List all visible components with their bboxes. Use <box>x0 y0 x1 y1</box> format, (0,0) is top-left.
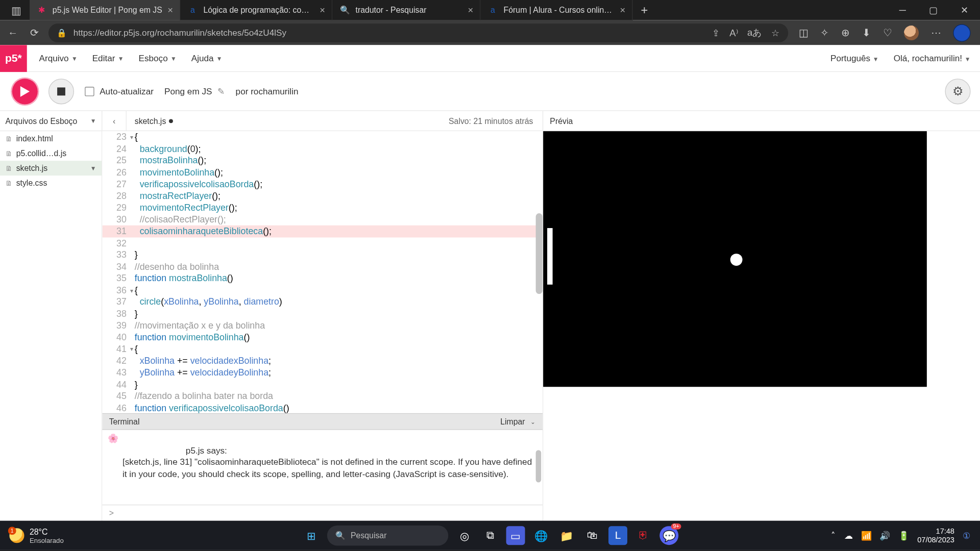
code-line[interactable]: 40function movimentoBolinha() <box>102 331 542 343</box>
code-line[interactable]: 43 yBolinha += velocidadeyBolinha; <box>102 367 542 379</box>
window-maximize-button[interactable]: ▢ <box>918 0 949 20</box>
clock[interactable]: 17:48 07/08/2023 <box>917 527 954 544</box>
language-menu[interactable]: Português ▼ <box>830 53 879 63</box>
browser-tab[interactable]: aFórum | Alura - Cursos online de× <box>481 0 633 20</box>
browser-tab[interactable]: aLógica de programação: comece× <box>181 0 333 20</box>
onedrive-icon[interactable]: ☁ <box>844 531 853 541</box>
file-item[interactable]: 🗎style.css <box>0 176 102 190</box>
code-line[interactable]: 34//desenho da bolinha <box>102 261 542 272</box>
code-line[interactable]: 27 verificapossivelcolisaoBorda(); <box>102 178 542 190</box>
edge-icon[interactable]: 🌐 <box>532 526 551 545</box>
code-line[interactable]: 44} <box>102 379 542 390</box>
stop-button[interactable] <box>48 79 74 104</box>
split-screen-icon[interactable]: ◫ <box>799 27 808 39</box>
file-item[interactable]: 🗎sketch.js▼ <box>0 161 102 176</box>
mcafee-icon[interactable]: ⛨ <box>634 526 653 545</box>
collapse-sidebar-button[interactable]: ‹ <box>102 111 126 131</box>
window-minimize-button[interactable]: ─ <box>887 0 918 20</box>
unsaved-dot-icon <box>169 119 173 123</box>
code-line[interactable]: 32 <box>102 237 542 249</box>
explorer-icon[interactable]: 📁 <box>557 526 576 545</box>
code-line[interactable]: 36▾{ <box>102 284 542 296</box>
code-line[interactable]: 29 movimentoRectPlayer(); <box>102 202 542 214</box>
performance-icon[interactable]: ♡ <box>883 27 892 39</box>
tray-chevron-icon[interactable]: ˄ <box>831 531 836 541</box>
url-input[interactable]: 🔒 https://editor.p5js.org/rochamurilin/s… <box>48 23 788 42</box>
code-line[interactable]: 41▾{ <box>102 343 542 355</box>
new-tab-button[interactable]: + <box>633 3 656 17</box>
battery-icon[interactable]: 🔋 <box>898 531 909 541</box>
code-line[interactable]: 26 movimentoBolinha(); <box>102 166 542 178</box>
translate-icon[interactable]: aあ <box>747 27 762 39</box>
tab-close-icon[interactable]: × <box>468 5 473 15</box>
terminal-input[interactable]: > <box>102 505 542 521</box>
volume-icon[interactable]: 🔊 <box>879 531 890 541</box>
tab-close-icon[interactable]: × <box>320 5 325 15</box>
code-line[interactable]: 45//fazendo a bolinha bater na borda <box>102 390 542 402</box>
nav-refresh-button[interactable]: ⟳ <box>27 27 42 39</box>
tab-close-icon[interactable]: × <box>620 5 625 15</box>
file-item[interactable]: 🗎p5.collid…d.js <box>0 146 102 161</box>
favorites-bar-icon[interactable]: ✧ <box>820 27 829 39</box>
more-icon[interactable]: ⋯ <box>931 27 941 39</box>
settings-button[interactable]: ⚙ <box>945 79 970 104</box>
bing-chat-icon[interactable] <box>953 24 970 41</box>
code-line[interactable]: 33} <box>102 249 542 261</box>
weather-widget[interactable]: 1 28°C Ensolarado <box>0 527 64 544</box>
code-line[interactable]: 35function mostraBolinha() <box>102 272 542 284</box>
code-line[interactable]: 30 //colisaoRectPlayer(); <box>102 214 542 226</box>
terminal-clear-button[interactable]: Limpar ⌄ <box>500 417 535 426</box>
code-line[interactable]: 28 mostraRectPlayer(); <box>102 190 542 202</box>
tab-overview-icon[interactable]: ▥ <box>9 4 22 17</box>
auto-update-checkbox[interactable] <box>85 86 94 95</box>
code-line[interactable]: 31 colisaominharaqueteBiblioteca(); <box>102 226 542 237</box>
terminal-scrollbar[interactable] <box>536 450 542 482</box>
code-line[interactable]: 25 mostraBolinha(); <box>102 155 542 166</box>
copilot-icon[interactable]: ◎ <box>455 526 474 545</box>
nav-back-button[interactable]: ← <box>6 27 20 38</box>
p5-logo[interactable]: p5* <box>0 45 27 72</box>
chat-icon[interactable]: ▭ <box>506 526 525 545</box>
menu-item[interactable]: Arquivo ▼ <box>39 53 77 63</box>
edit-name-icon[interactable]: ✎ <box>217 86 225 96</box>
editor-scrollbar[interactable] <box>536 213 543 294</box>
browser-tab[interactable]: 🔍tradutor - Pesquisar× <box>333 0 481 20</box>
code-line[interactable]: 37 circle(xBolinha, yBolinha, diametro) <box>102 296 542 308</box>
downloads-icon[interactable]: ⬇ <box>862 27 871 39</box>
notifications-icon[interactable]: ① <box>963 531 971 541</box>
code-line[interactable]: 38} <box>102 308 542 319</box>
window-close-button[interactable]: ✕ <box>949 0 980 20</box>
play-button[interactable] <box>12 79 38 104</box>
menu-item[interactable]: Editar ▼ <box>92 53 124 63</box>
file-item[interactable]: 🗎index.html <box>0 131 102 146</box>
profile-avatar[interactable] <box>904 25 919 40</box>
task-view-icon[interactable]: ⧉ <box>481 526 500 545</box>
code-line[interactable]: 24 background(0); <box>102 143 542 155</box>
app-icon-1[interactable]: L <box>608 526 627 545</box>
files-header[interactable]: Arquivos do Esboço▼ <box>0 111 102 132</box>
read-aloud-icon[interactable]: A⁾ <box>729 27 738 38</box>
code-editor[interactable]: 23▾{24 background(0);25 mostraBolinha();… <box>102 131 542 413</box>
menu-item[interactable]: Ajuda ▼ <box>191 53 223 63</box>
code-line[interactable]: 23▾{ <box>102 131 542 143</box>
sketch-name[interactable]: Pong em JS <box>164 86 212 96</box>
code-line[interactable]: 46function verificapossivelcolisaoBorda(… <box>102 402 542 413</box>
menu-item[interactable]: Esboço ▼ <box>139 53 177 63</box>
file-icon: 🗎 <box>6 135 12 142</box>
browser-tab[interactable]: ✱p5.js Web Editor | Pong em JS× <box>30 0 181 20</box>
code-line[interactable]: 39//movimentação x e y da bolinha <box>102 319 542 331</box>
code-line[interactable]: 42 xBolinha += velocidadexBolinha; <box>102 355 542 367</box>
store-icon[interactable]: 🛍 <box>583 526 602 545</box>
terminal-panel: Terminal Limpar ⌄ 🌸p5.js says: [sketch.j… <box>102 413 542 521</box>
tab-close-icon[interactable]: × <box>167 5 173 15</box>
discord-icon[interactable]: 💬9+ <box>659 526 678 545</box>
taskbar-search[interactable]: 🔍 Pesquisar <box>327 525 448 546</box>
start-button[interactable]: ⊞ <box>302 526 321 545</box>
sketch-canvas <box>543 131 927 387</box>
chevron-down-icon[interactable]: ▼ <box>90 165 96 171</box>
favorite-icon[interactable]: ☆ <box>771 27 780 38</box>
wifi-icon[interactable]: 📶 <box>861 531 872 541</box>
collections-icon[interactable]: ⊕ <box>841 27 850 39</box>
user-menu[interactable]: Olá, rochamurilin! ▼ <box>894 53 971 63</box>
share-icon[interactable]: ⇪ <box>712 27 720 38</box>
